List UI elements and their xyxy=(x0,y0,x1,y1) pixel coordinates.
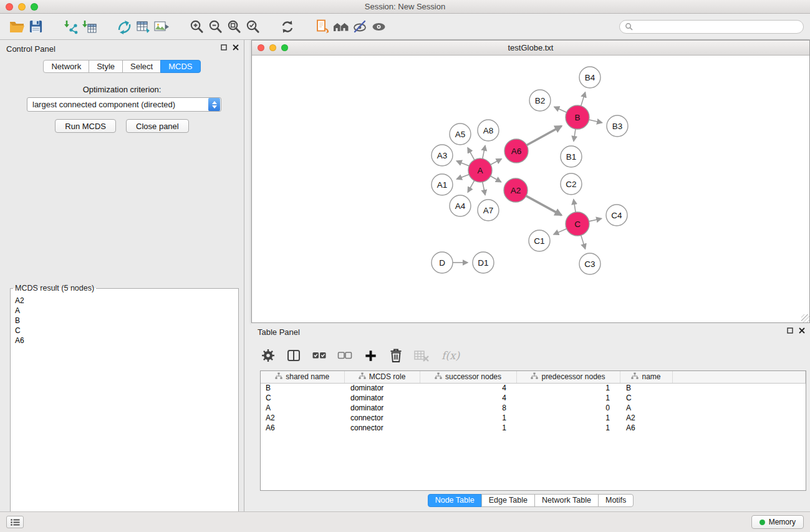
mcds-result-item[interactable]: B xyxy=(15,316,236,326)
table-row[interactable]: Cdominator41C xyxy=(261,393,806,403)
network-minimize-button[interactable] xyxy=(269,44,276,51)
column-header-name[interactable]: name xyxy=(620,371,672,383)
table-cell[interactable]: 8 xyxy=(420,403,516,413)
table-cell[interactable]: 0 xyxy=(516,403,620,413)
graph-node-B3[interactable] xyxy=(607,115,628,137)
graph-node-A1[interactable] xyxy=(432,174,453,195)
graph-edge-A-A7[interactable] xyxy=(483,182,485,195)
graph-node-C4[interactable] xyxy=(606,205,627,226)
table-cell[interactable]: connector xyxy=(344,423,420,433)
graph-edge-C-C2[interactable] xyxy=(574,200,576,213)
column-selector-button[interactable] xyxy=(286,347,302,364)
zoom-selected-button[interactable] xyxy=(243,17,262,36)
network-zoom-button[interactable] xyxy=(281,44,288,51)
deselect-all-rows-button[interactable] xyxy=(337,347,353,364)
graph-edge-A-A8[interactable] xyxy=(483,145,485,158)
first-neighbors-button[interactable] xyxy=(332,17,350,36)
table-row[interactable]: A2connector11A2 xyxy=(261,413,806,423)
network-close-button[interactable] xyxy=(258,44,264,51)
resize-grip[interactable] xyxy=(801,314,809,322)
table-settings-button[interactable] xyxy=(260,347,276,364)
close-panel-icon[interactable] xyxy=(233,44,239,51)
function-builder-button[interactable]: f(x) xyxy=(441,349,460,362)
graph-edge-A6-B[interactable] xyxy=(527,126,562,145)
graph-edge-A2-C[interactable] xyxy=(526,196,562,215)
table-cell[interactable]: A xyxy=(261,403,344,413)
control-panel-tab-network[interactable]: Network xyxy=(43,60,89,73)
table-cell[interactable]: 1 xyxy=(516,383,620,393)
mcds-result-list[interactable]: A2ABCA6 xyxy=(12,294,236,532)
table-cell[interactable]: 1 xyxy=(516,423,620,433)
table-row[interactable]: Adominator80A xyxy=(261,403,806,413)
mcds-result-item[interactable]: A xyxy=(15,306,236,316)
control-panel-tab-select[interactable]: Select xyxy=(122,60,161,73)
column-header-mcds-role[interactable]: MCDS role xyxy=(344,371,420,383)
memory-button[interactable]: Memory xyxy=(751,515,804,529)
search-input[interactable] xyxy=(636,22,798,31)
graph-node-C3[interactable] xyxy=(579,253,600,274)
table-cell[interactable]: A6 xyxy=(261,423,344,433)
table-tab-network-table[interactable]: Network Table xyxy=(534,494,599,507)
open-session-button[interactable] xyxy=(7,17,26,36)
graph-node-A[interactable] xyxy=(468,158,492,182)
search-box[interactable] xyxy=(619,20,804,34)
graph-node-A5[interactable] xyxy=(450,123,471,145)
graph-edge-B-B4[interactable] xyxy=(581,92,586,106)
graph-edge-A-A1[interactable] xyxy=(456,175,469,179)
paint-mapping-button[interactable] xyxy=(350,17,369,36)
select-all-rows-button[interactable] xyxy=(311,347,327,364)
table-cell[interactable]: 1 xyxy=(516,413,620,423)
graph-node-B2[interactable] xyxy=(529,90,551,111)
network-canvas[interactable]: B4B2BB3A5A8A6B1A3AC2A1A2A4A7C4CC1DD1C3 xyxy=(252,56,809,322)
table-cell[interactable]: 1 xyxy=(516,393,620,403)
table-cell[interactable]: C xyxy=(620,393,672,403)
graph-node-D1[interactable] xyxy=(473,252,494,273)
graph-edge-A-A4[interactable] xyxy=(468,181,474,193)
graphics-details-button[interactable] xyxy=(369,17,388,36)
graph-node-D[interactable] xyxy=(432,252,453,273)
table-cell[interactable]: C xyxy=(261,393,344,403)
add-column-button[interactable] xyxy=(362,347,378,364)
table-cell[interactable]: dominator xyxy=(344,393,420,403)
graph-edge-B-B3[interactable] xyxy=(589,120,602,123)
table-cell[interactable]: dominator xyxy=(344,383,420,393)
table-row[interactable]: Bdominator41B xyxy=(261,383,806,393)
graph-edge-C-C3[interactable] xyxy=(581,235,586,249)
delete-column-button[interactable] xyxy=(388,347,404,364)
table-tab-motifs[interactable]: Motifs xyxy=(598,494,634,507)
table-tab-edge-table[interactable]: Edge Table xyxy=(481,494,535,507)
import-network-button[interactable] xyxy=(61,17,80,36)
table-row[interactable]: A6connector11A6 xyxy=(261,423,806,433)
graph-node-A4[interactable] xyxy=(450,195,471,216)
graph-node-C2[interactable] xyxy=(561,173,582,195)
float-panel-icon[interactable] xyxy=(221,44,227,51)
show-panels-button[interactable] xyxy=(6,516,24,528)
table-cell[interactable]: 1 xyxy=(420,423,516,433)
table-cell[interactable]: 4 xyxy=(420,393,516,403)
graph-edge-A-A2[interactable] xyxy=(491,176,501,181)
graph-node-A8[interactable] xyxy=(478,120,499,141)
table-cell[interactable]: B xyxy=(620,383,672,393)
graph-edge-A-A3[interactable] xyxy=(456,161,469,166)
table-cell[interactable]: 4 xyxy=(420,383,516,393)
mcds-result-item[interactable]: C xyxy=(15,326,236,336)
criterion-dropdown[interactable]: largest connected component (directed) xyxy=(27,97,221,112)
mcds-result-item[interactable]: A6 xyxy=(15,336,236,346)
close-panel-button[interactable]: Close panel xyxy=(126,119,189,133)
table-tab-node-table[interactable]: Node Table xyxy=(428,494,482,507)
graph-edge-B-B1[interactable] xyxy=(574,129,576,142)
column-header-shared-name[interactable]: shared name xyxy=(261,371,344,383)
graph-edge-A-A6[interactable] xyxy=(491,159,501,165)
graph-node-B1[interactable] xyxy=(561,146,582,167)
graph-node-C[interactable] xyxy=(566,212,589,236)
zoom-in-button[interactable] xyxy=(187,17,206,36)
graph-edge-C-C4[interactable] xyxy=(589,218,602,221)
graph-node-C1[interactable] xyxy=(529,230,550,251)
close-window-button[interactable] xyxy=(6,3,13,11)
new-network-button[interactable] xyxy=(115,17,133,36)
table-cell[interactable]: A6 xyxy=(620,423,672,433)
save-session-button[interactable] xyxy=(26,17,45,36)
control-panel-tab-mcds[interactable]: MCDS xyxy=(160,60,200,73)
close-panel-icon[interactable] xyxy=(799,327,805,334)
minimize-window-button[interactable] xyxy=(18,3,26,11)
